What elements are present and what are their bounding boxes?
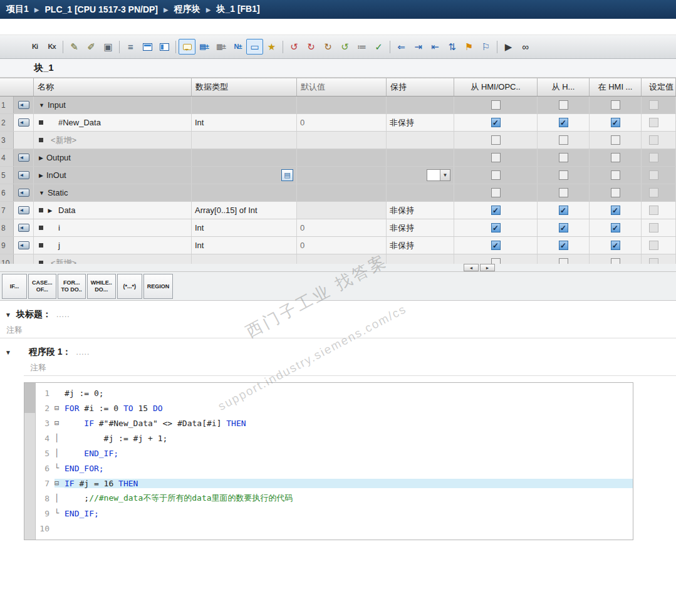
hmi-checkbox[interactable] <box>491 241 501 250</box>
hmi-checkbox[interactable] <box>491 206 501 215</box>
column-header[interactable]: 从 H... <box>538 78 590 96</box>
hmi-checkbox[interactable] <box>559 118 568 127</box>
default-value-cell[interactable]: 0 <box>297 237 387 254</box>
snippet-tab[interactable]: CASE... OF... <box>28 274 56 299</box>
snippet-tab[interactable]: WHILE.. DO... <box>87 274 116 299</box>
hmi-checkbox[interactable] <box>491 100 501 110</box>
breadcrumb-item[interactable]: 项目1 <box>6 4 29 15</box>
name-cell[interactable]: ▼Static <box>34 184 192 201</box>
hmi-checkbox[interactable] <box>491 170 501 180</box>
hmi-checkbox[interactable] <box>611 118 620 127</box>
column-header[interactable]: 默认值 <box>297 78 387 96</box>
scroll-right-button[interactable]: ► <box>480 264 495 271</box>
split-editor-icon[interactable] <box>156 39 173 55</box>
code-line[interactable]: 8│ ;//#new_data不等于所有的data里面的数要执行的代码 <box>36 491 633 506</box>
hmi-checkbox[interactable] <box>611 223 620 232</box>
setpoint-checkbox[interactable] <box>649 100 658 110</box>
consistency-check-icon[interactable]: ✓ <box>370 39 387 55</box>
code-line[interactable]: 4│ #j := #j + 1; <box>36 431 633 446</box>
retain-cell[interactable]: ▼ <box>387 167 454 184</box>
code-line[interactable]: 5│ END_IF; <box>36 446 633 461</box>
set-bookmark-icon[interactable]: ⚑ <box>460 39 477 55</box>
name-cell[interactable]: ▶Output <box>34 149 192 166</box>
breadcrumb-item[interactable]: 块_1 [FB1] <box>216 4 259 15</box>
table-row[interactable]: 3<新增> <box>0 132 676 149</box>
table-row[interactable]: 7▶DataArray[0..15] of Int非保持 <box>0 202 676 219</box>
setpoint-checkbox[interactable] <box>649 223 658 232</box>
favorites-icon[interactable]: ★ <box>263 39 280 55</box>
table-row[interactable]: 6▼Static <box>0 184 676 202</box>
data-type-cell[interactable]: Array[0..15] of Int <box>192 202 297 219</box>
name-cell[interactable]: #New_Data <box>34 114 192 131</box>
setpoint-checkbox[interactable] <box>649 118 658 127</box>
scroll-left-button[interactable]: ◄ <box>464 264 479 271</box>
start-simulation-icon[interactable]: ▶ <box>500 39 517 55</box>
setpoint-checkbox[interactable] <box>649 135 658 145</box>
symbolic-representation-icon[interactable]: N± <box>229 39 246 55</box>
code-line[interactable]: 9└END_IF; <box>36 506 633 521</box>
default-value-cell[interactable] <box>297 254 387 264</box>
default-value-cell[interactable] <box>297 97 387 113</box>
retain-cell[interactable] <box>387 132 454 149</box>
retain-cell[interactable] <box>387 254 454 264</box>
renumber-icon[interactable]: ⇅ <box>444 39 460 55</box>
data-type-cell[interactable]: Int <box>192 219 297 236</box>
table-row[interactable]: 5▶InOut▤▼ <box>0 167 676 184</box>
table-horizontal-scrollbar[interactable]: ◄ ► <box>0 264 676 272</box>
maximize-editor-icon[interactable] <box>139 39 156 55</box>
hmi-checkbox[interactable] <box>611 188 620 197</box>
hmi-checkbox[interactable] <box>491 223 501 232</box>
hmi-checkbox[interactable] <box>559 188 568 197</box>
table-row[interactable]: 4▶Output <box>0 149 676 167</box>
snippet-tab[interactable]: IF... <box>2 274 27 299</box>
setpoint-checkbox[interactable] <box>649 206 658 215</box>
column-header[interactable]: 在 HMI ... <box>590 78 642 96</box>
column-header[interactable]: 保持 <box>387 78 454 96</box>
collapse-triangle-icon[interactable]: ▼ <box>5 349 11 356</box>
column-header[interactable]: 从 HMI/OPC.. <box>454 78 538 96</box>
expand-triangle-icon[interactable]: ▼ <box>39 102 44 108</box>
absolute-operands-icon[interactable]: ▭ <box>246 39 263 55</box>
setpoint-checkbox[interactable] <box>649 258 658 264</box>
scl-code-editor[interactable]: 1#j := 0;2⊟FOR #i := 0 TO 15 DO3⊟ IF #"#… <box>24 382 633 540</box>
data-type-cell[interactable] <box>192 132 297 149</box>
retain-cell[interactable] <box>387 149 454 166</box>
network-dots[interactable]: ..... <box>76 348 90 357</box>
hmi-checkbox[interactable] <box>491 118 501 127</box>
refresh-block-icon[interactable]: ✐ <box>83 39 100 55</box>
snippet-tab[interactable]: FOR... TO DO.. <box>58 274 86 299</box>
default-value-cell[interactable] <box>297 132 387 149</box>
hmi-checkbox[interactable] <box>491 258 501 264</box>
setpoint-checkbox[interactable] <box>649 170 658 180</box>
data-type-cell[interactable] <box>192 97 297 113</box>
open-called-block-icon[interactable]: ⇥ <box>410 39 427 55</box>
previous-error-icon[interactable]: ↺ <box>286 39 303 55</box>
data-type-cell[interactable]: Int <box>192 237 297 254</box>
toggle-comments-icon[interactable] <box>179 39 195 55</box>
fold-marker-icon[interactable]: ⊟ <box>55 419 65 427</box>
breadcrumb-item[interactable]: 程序块 <box>174 4 200 15</box>
hmi-checkbox[interactable] <box>559 153 568 162</box>
setpoint-checkbox[interactable] <box>649 241 658 250</box>
hmi-checkbox[interactable] <box>491 135 501 145</box>
hmi-checkbox[interactable] <box>491 188 501 197</box>
retain-cell[interactable] <box>387 184 454 201</box>
hmi-checkbox[interactable] <box>559 223 568 232</box>
hmi-checkbox[interactable] <box>611 206 620 215</box>
keep-actual-values-icon[interactable]: Ki <box>26 39 43 55</box>
retain-cell[interactable]: 非保持 <box>387 219 454 236</box>
network-1-header[interactable]: ▼ 程序段 1： ..... <box>0 345 676 360</box>
retain-dropdown[interactable]: ▼ <box>427 169 450 181</box>
name-cell[interactable]: <新增> <box>34 254 192 264</box>
setpoint-checkbox[interactable] <box>649 188 658 197</box>
name-cell[interactable]: i <box>34 219 192 236</box>
synchronize-icon[interactable]: ↺ <box>336 39 353 55</box>
expand-triangle-icon[interactable]: ▼ <box>39 190 44 196</box>
data-type-cell[interactable] <box>192 184 297 201</box>
go-to-caller-icon[interactable]: ⇐ <box>393 39 410 55</box>
table-row[interactable]: 2#New_DataInt0非保持 <box>0 114 676 132</box>
return-to-block-icon[interactable]: ⇤ <box>427 39 444 55</box>
setpoint-checkbox[interactable] <box>649 153 658 162</box>
default-value-cell[interactable]: 0 <box>297 219 387 236</box>
hmi-checkbox[interactable] <box>611 241 620 250</box>
